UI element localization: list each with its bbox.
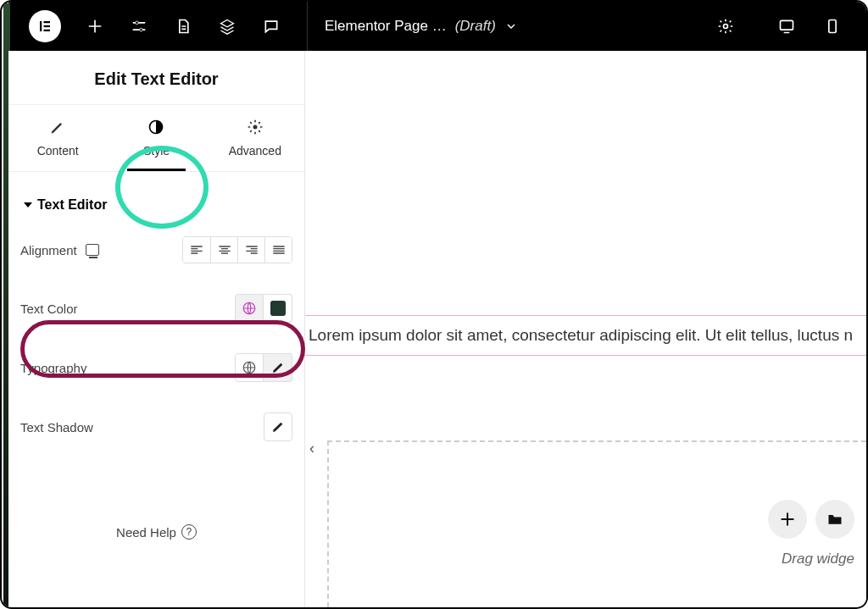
globe-icon xyxy=(242,360,257,375)
tab-advanced-label: Advanced xyxy=(229,144,281,158)
svg-rect-7 xyxy=(781,20,793,30)
svg-rect-1 xyxy=(44,21,51,23)
svg-rect-0 xyxy=(40,21,42,31)
template-library-button[interactable] xyxy=(815,500,854,539)
need-help-label: Need Help xyxy=(116,525,176,540)
caret-down-icon xyxy=(24,202,32,208)
panel-tabs: Content Style Advanced xyxy=(8,104,304,172)
drag-hint: Drag widge xyxy=(782,551,854,567)
mobile-device-icon[interactable] xyxy=(822,16,843,36)
need-help-link[interactable]: Need Help ? xyxy=(8,457,304,540)
plus-icon xyxy=(779,511,796,528)
tab-style[interactable]: Style xyxy=(107,105,205,171)
panel-title: Edit Text Editor xyxy=(8,51,304,104)
alignment-label: Alignment xyxy=(20,243,77,257)
tab-content[interactable]: Content xyxy=(8,105,107,171)
document-icon[interactable] xyxy=(173,16,193,36)
svg-point-6 xyxy=(724,25,728,29)
svg-rect-3 xyxy=(44,30,51,31)
global-color-button[interactable] xyxy=(235,294,264,323)
comments-icon[interactable] xyxy=(261,16,281,36)
control-text-shadow: Text Shadow xyxy=(8,397,304,457)
pencil-icon xyxy=(271,361,285,374)
layers-icon[interactable] xyxy=(217,16,237,36)
gear-icon[interactable] xyxy=(715,16,736,36)
control-alignment: Alignment xyxy=(8,221,304,279)
align-center-button[interactable] xyxy=(210,237,237,263)
svg-rect-8 xyxy=(829,20,836,33)
tab-style-label: Style xyxy=(143,144,170,158)
align-right-button[interactable] xyxy=(237,237,264,263)
edit-text-shadow-button[interactable] xyxy=(264,412,292,441)
editor-canvas: ‹ Lorem ipsum dolor sit amet, consectetu… xyxy=(305,51,866,607)
color-swatch xyxy=(270,301,286,316)
tab-advanced[interactable]: Advanced xyxy=(206,105,304,171)
globe-icon xyxy=(242,301,257,316)
section-head-label: Text Editor xyxy=(37,197,107,213)
svg-point-10 xyxy=(253,125,257,130)
svg-point-4 xyxy=(136,21,139,25)
elementor-logo-icon[interactable] xyxy=(29,10,61,42)
page-status: (Draft) xyxy=(455,18,496,35)
collapse-sidebar-button[interactable]: ‹ xyxy=(305,429,320,468)
align-left-button[interactable] xyxy=(183,237,210,263)
align-justify-button[interactable] xyxy=(264,237,292,263)
widget-text-content: Lorem ipsum dolor sit amet, consectetur … xyxy=(309,326,853,345)
tab-content-label: Content xyxy=(37,144,79,158)
page-title-area[interactable]: Elementor Page … (Draft) xyxy=(308,18,715,35)
global-typography-button[interactable] xyxy=(235,353,264,382)
text-widget-selected[interactable]: Lorem ipsum dolor sit amet, consectetur … xyxy=(305,315,866,356)
top-bar: Elementor Page … (Draft) xyxy=(8,2,866,51)
responsive-device-icon[interactable] xyxy=(86,244,99,256)
svg-rect-2 xyxy=(44,25,51,27)
chevron-down-icon xyxy=(504,19,518,33)
section-text-editor[interactable]: Text Editor xyxy=(8,172,304,221)
gear-icon xyxy=(247,119,264,136)
text-shadow-label: Text Shadow xyxy=(20,420,93,435)
page-title: Elementor Page … xyxy=(325,18,447,35)
add-section-button[interactable] xyxy=(768,500,807,539)
text-color-label: Text Color xyxy=(20,302,78,316)
desktop-device-icon[interactable] xyxy=(776,16,797,36)
settings-sliders-icon[interactable] xyxy=(129,16,149,36)
editor-sidebar: Edit Text Editor Content Style Advanced xyxy=(8,51,305,607)
folder-icon xyxy=(826,511,843,528)
add-widget-button[interactable] xyxy=(85,16,105,36)
control-typography: Typography xyxy=(8,338,304,397)
alignment-buttons xyxy=(182,236,292,263)
contrast-icon xyxy=(147,119,164,136)
typography-label: Typography xyxy=(20,361,86,375)
pencil-icon xyxy=(271,420,285,434)
control-text-color: Text Color xyxy=(8,279,304,338)
edit-typography-button[interactable] xyxy=(264,353,292,382)
help-icon: ? xyxy=(181,524,197,540)
pencil-icon xyxy=(49,119,66,136)
svg-point-5 xyxy=(140,28,143,31)
color-picker-button[interactable] xyxy=(264,294,292,323)
